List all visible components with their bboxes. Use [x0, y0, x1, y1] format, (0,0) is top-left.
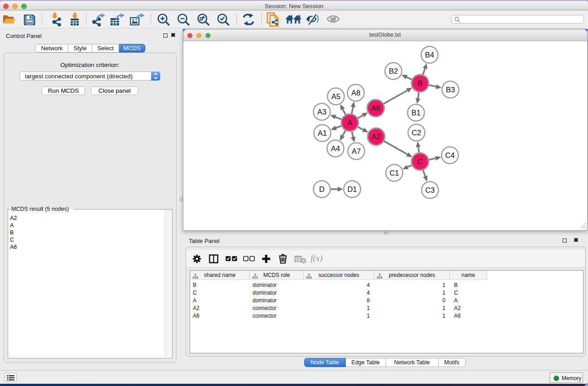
svg-text:B: B — [417, 79, 422, 87]
svg-text:A1: A1 — [317, 129, 326, 137]
svg-text:A: A — [347, 119, 352, 127]
svg-text:B3: B3 — [445, 86, 454, 94]
svg-text:A4: A4 — [330, 144, 339, 152]
svg-text:B4: B4 — [425, 51, 434, 59]
svg-text:B1: B1 — [411, 109, 420, 117]
svg-text:C4: C4 — [445, 151, 454, 159]
svg-text:B2: B2 — [388, 67, 397, 75]
svg-text:C1: C1 — [389, 169, 399, 177]
svg-text:A8: A8 — [351, 89, 360, 97]
svg-text:C2: C2 — [411, 129, 421, 137]
svg-text:A5: A5 — [331, 92, 340, 100]
svg-text:A2: A2 — [371, 133, 380, 141]
svg-text:C: C — [417, 157, 423, 166]
svg-text:D: D — [319, 185, 325, 193]
svg-text:A7: A7 — [351, 147, 360, 155]
svg-text:D1: D1 — [347, 185, 357, 193]
svg-text:C3: C3 — [425, 186, 435, 194]
svg-text:A6: A6 — [371, 104, 380, 112]
svg-text:A3: A3 — [317, 108, 326, 116]
